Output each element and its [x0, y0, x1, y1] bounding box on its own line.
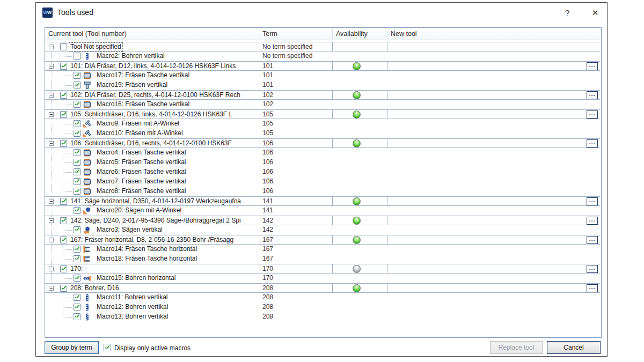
collapse-toggle-icon[interactable]: [49, 238, 54, 242]
collapse-toggle-icon[interactable]: [49, 93, 54, 98]
row-checkbox[interactable]: [60, 111, 67, 118]
row-checkbox[interactable]: [74, 82, 80, 88]
row-checkbox[interactable]: [60, 265, 67, 272]
table-row[interactable]: Tool Not specifiedNo term specified: [45, 42, 600, 51]
row-checkbox[interactable]: [60, 217, 67, 224]
browse-new-tool-button[interactable]: ...: [587, 197, 598, 205]
macro-label: Macro4: Fräsen Tasche vertikal: [97, 148, 186, 158]
row-checkbox[interactable]: [60, 140, 67, 147]
table-row[interactable]: Macro18: Fräsen Tasche horizontal167: [45, 254, 600, 264]
app-icon: wW: [42, 8, 53, 18]
table-row[interactable]: Macro10: Fräsen mit A-Winkel105: [45, 129, 600, 138]
cancel-button[interactable]: Cancel: [547, 341, 601, 354]
row-checkbox[interactable]: [74, 159, 80, 166]
window-title: Tools used: [57, 8, 93, 17]
collapse-toggle-icon[interactable]: [49, 199, 54, 204]
table-row[interactable]: 102: DIA Fräser, D25, rechts, 4-014-12-0…: [45, 90, 600, 100]
browse-new-tool-button[interactable]: ...: [587, 139, 598, 147]
row-checkbox[interactable]: [74, 101, 80, 108]
group-by-term-button[interactable]: Group by term: [45, 341, 99, 354]
row-checkbox[interactable]: [74, 130, 80, 137]
row-checkbox[interactable]: [74, 72, 80, 79]
row-checkbox[interactable]: [74, 149, 80, 156]
column-header-current-tool[interactable]: Current tool (Tool number): [48, 28, 127, 40]
table-row[interactable]: Macro2: Bohren vertikalNo term specified: [45, 51, 600, 61]
row-checkbox[interactable]: [60, 237, 67, 243]
row-checkbox[interactable]: [60, 285, 67, 292]
row-checkbox[interactable]: [74, 275, 80, 282]
row-checkbox[interactable]: [74, 188, 80, 195]
table-row[interactable]: 141: Säge horizontal, D350, 4-014-12-019…: [45, 196, 600, 206]
table-row[interactable]: 208: Bohrer, D16208...: [45, 283, 600, 293]
tree-connector: [63, 105, 72, 105]
table-row[interactable]: Macro6: Fräsen Tasche vertikal106: [45, 167, 600, 177]
table-row[interactable]: Macro5: Fräsen Tasche vertikal106: [45, 158, 600, 167]
browse-new-tool-button[interactable]: ...: [587, 265, 598, 273]
cell-divider: [260, 197, 260, 205]
row-checkbox[interactable]: [74, 207, 80, 214]
macro-label: Macro9: Fräsen mit A-Winkel: [97, 119, 179, 129]
collapse-toggle-icon[interactable]: [49, 112, 54, 117]
row-checkbox[interactable]: [74, 255, 80, 262]
browse-new-tool-button[interactable]: ...: [587, 62, 598, 70]
row-checkbox[interactable]: [74, 246, 80, 253]
table-row[interactable]: Macro14: Fräsen Tasche horizontal167: [45, 245, 600, 254]
browse-new-tool-button[interactable]: ...: [587, 217, 598, 225]
column-header-new-tool[interactable]: New tool: [391, 28, 417, 40]
row-checkbox[interactable]: [60, 92, 67, 99]
table-row[interactable]: Macro15: Bohren horizontal170: [45, 274, 600, 283]
close-icon[interactable]: ✕: [586, 6, 604, 19]
availability-indicator: [353, 236, 361, 244]
table-row[interactable]: Macro7: Fräsen Tasche vertikal106: [45, 177, 600, 187]
table-row[interactable]: 167: Fräser horizontal, D8, 2-056-16-235…: [45, 235, 600, 245]
table-row[interactable]: 101: DIA Fräser, D12, links, 4-014-12-01…: [45, 61, 600, 71]
column-header-term[interactable]: Term: [262, 28, 277, 40]
collapse-toggle-icon[interactable]: [49, 218, 54, 223]
cell-divider: [387, 197, 387, 205]
collapse-toggle-icon[interactable]: [49, 286, 54, 291]
tree-connector: [51, 167, 52, 177]
collapse-toggle-icon[interactable]: [49, 267, 54, 271]
collapse-toggle-icon[interactable]: [49, 45, 54, 49]
table-row[interactable]: Macro4: Fräsen Tasche vertikal106: [45, 148, 600, 158]
browse-new-tool-button[interactable]: ...: [587, 236, 598, 244]
tool-label: 102: DIA Fräser, D25, rechts, 4-014-12-0…: [70, 91, 240, 100]
column-header-availability[interactable]: Availability: [336, 28, 368, 40]
row-checkbox[interactable]: [60, 63, 67, 70]
row-checkbox[interactable]: [74, 304, 80, 311]
table-row[interactable]: 106: Schlichtfräser, D16, rechts, 4-014-…: [45, 138, 600, 148]
table-row[interactable]: Macro20: Sägen mit A-Winkel141: [45, 206, 600, 216]
help-button[interactable]: ?: [559, 6, 575, 19]
collapse-toggle-icon[interactable]: [49, 141, 54, 146]
table-row[interactable]: Macro17: Fräsen Tasche vertikal101: [45, 71, 600, 80]
row-checkbox[interactable]: [74, 168, 80, 175]
table-row[interactable]: Macro19: Fräsen vertikal101: [45, 80, 600, 90]
replace-tool-button[interactable]: Replace tool: [490, 341, 543, 354]
table-row[interactable]: Macro9: Fräsen mit A-Winkel105: [45, 119, 600, 129]
table-row[interactable]: 170: -170...: [45, 264, 600, 274]
row-checkbox[interactable]: [60, 198, 67, 205]
row-checkbox[interactable]: [60, 43, 67, 50]
table-row[interactable]: Macro12: Bohren vertikal208: [45, 302, 600, 312]
cell-divider: [332, 235, 333, 244]
browse-new-tool-button[interactable]: ...: [587, 110, 598, 119]
cell-divider: [260, 42, 260, 51]
table-row[interactable]: Macro13: Bohren vertikal208: [45, 312, 600, 322]
term-value: No term specified: [262, 51, 312, 61]
display-active-macros-checkbox[interactable]: [104, 344, 111, 351]
row-checkbox[interactable]: [74, 53, 80, 60]
browse-new-tool-button[interactable]: ...: [587, 91, 598, 99]
table-row[interactable]: Macro16: Fräsen Tasche vertikal102: [45, 100, 600, 109]
collapse-toggle-icon[interactable]: [49, 64, 54, 69]
row-checkbox[interactable]: [74, 178, 80, 185]
browse-new-tool-button[interactable]: ...: [587, 284, 598, 292]
table-row[interactable]: Macro11: Bohren vertikal208: [45, 293, 600, 302]
table-row[interactable]: Macro8: Fräsen Tasche vertikal106: [45, 187, 600, 196]
table-row[interactable]: 105: Schlichtfräser, D16, links, 4-014-1…: [45, 109, 600, 119]
table-row[interactable]: 142: Säge, D240, 2-017-95-4390 Säge-/Boh…: [45, 216, 600, 225]
row-checkbox[interactable]: [74, 313, 80, 320]
row-checkbox[interactable]: [74, 120, 80, 127]
row-checkbox[interactable]: [74, 294, 80, 301]
row-checkbox[interactable]: [74, 226, 80, 233]
table-row[interactable]: Macro3: Sägen vertikal142: [45, 225, 600, 235]
